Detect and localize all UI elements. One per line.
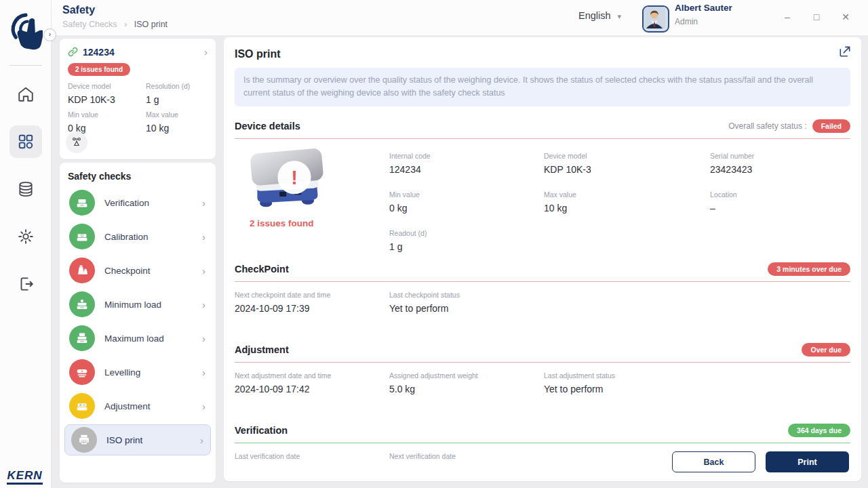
kern-logo: KERN (7, 469, 43, 483)
nav-database[interactable] (9, 173, 42, 205)
device-card-chevron-icon[interactable]: › (204, 46, 208, 58)
icon-rail: KERN (0, 0, 52, 488)
detail-field: Min value 0 kg (389, 190, 544, 214)
device-issues-caption: 2 issues found (250, 218, 389, 228)
checkpoint-weights-icon (75, 263, 90, 278)
window-maximize-button[interactable]: □ (810, 11, 823, 23)
expand-fullscreen-button[interactable] (838, 45, 852, 58)
detail-field: Readout (d) 1 g (389, 229, 544, 253)
rail-divider (9, 65, 42, 66)
check-item-checkpoint[interactable]: Checkpoint › (63, 253, 212, 287)
iso-print-printer-icon: ISO (77, 432, 92, 447)
settings-gear-icon (17, 228, 35, 245)
language-value: English (578, 10, 611, 21)
back-button[interactable]: Back (672, 451, 755, 472)
device-details-header: Device details Overall safety status : F… (235, 119, 850, 133)
detail-field: Next checkpoint date and time 2024-10-09… (235, 291, 389, 314)
svg-text:ISO: ISO (82, 441, 87, 444)
nav-apps[interactable] (9, 125, 42, 158)
chevron-right-icon: › (202, 401, 205, 412)
calibration-scale-gear-icon (75, 229, 90, 244)
safety-checks-title: Safety checks (68, 171, 216, 182)
sidebar-collapse-button[interactable]: › (43, 28, 56, 41)
verification-due-badge: 364 days due (788, 424, 850, 437)
levelling-icon (75, 365, 90, 380)
safety-checks-panel: Safety checks Verification › Calibration… (60, 163, 216, 483)
iso-print-panel: ISO print Is the summary or overview ove… (224, 37, 861, 481)
chevron-right-icon: › (202, 333, 205, 344)
detail-field: Internal code 124234 (389, 152, 544, 176)
breadcrumb: Safety Checks › ISO print (62, 20, 167, 29)
device-field: Device model KDP 10K-3 (68, 82, 146, 106)
logout-icon (17, 275, 35, 293)
verification-title: Verification (235, 425, 788, 436)
verification-header: Verification 364 days due (235, 424, 850, 437)
page-title: Safety (62, 4, 95, 16)
nav-home[interactable] (9, 78, 42, 110)
chevron-right-icon: › (202, 231, 205, 243)
weighing-scale-illustration: ! (244, 148, 331, 216)
breadcrumb-current: ISO print (134, 20, 167, 29)
section-divider (235, 362, 850, 363)
chevron-right-icon: › (202, 265, 205, 277)
section-page-title: ISO print (235, 48, 850, 60)
detail-field: Last checkpoint status Yet to perform (389, 291, 544, 314)
checkpoint-due-badge: 3 minutes over due (768, 262, 850, 276)
minimum-load-icon (75, 297, 90, 312)
language-selector[interactable]: English ▾ (578, 10, 621, 21)
detail-field: Assigned adjustment weight 5.0 kg (389, 371, 544, 395)
check-item-adjustment[interactable]: Adjustment › (63, 389, 212, 423)
maximum-load-icon (75, 331, 90, 346)
balance-scale-button[interactable] (66, 131, 87, 153)
check-item-levelling[interactable]: Levelling › (63, 355, 212, 389)
detail-field: Max value 10 kg (544, 190, 710, 214)
nav-settings[interactable] (9, 220, 42, 253)
issues-badge: 2 issues found (68, 63, 130, 76)
avatar-photo (644, 7, 665, 28)
section-divider (235, 281, 850, 282)
detail-field: Serial number 23423423 (710, 152, 850, 176)
section-divider (235, 138, 850, 139)
chevron-down-icon: ▾ (618, 12, 622, 20)
verification-scale-icon (75, 195, 90, 210)
expand-icon (838, 45, 852, 58)
checkpoint-header: CheckPoint 3 minutes over due (235, 262, 850, 276)
check-item-maximum-load[interactable]: Maximum load › (63, 321, 212, 355)
app-logo-touch-hand-icon (8, 7, 43, 58)
overall-safety-status-label: Overall safety status : (728, 121, 806, 131)
device-summary-card: 124234 › 2 issues found Device model KDP… (60, 39, 216, 159)
user-avatar[interactable] (642, 5, 669, 33)
breadcrumb-separator-icon: › (124, 20, 127, 29)
home-icon (17, 85, 35, 103)
adjustment-title: Adjustment (235, 344, 802, 355)
print-button[interactable]: Print (766, 451, 849, 472)
apps-grid-icon (17, 133, 35, 150)
device-field: Min value 0 kg (68, 110, 146, 134)
device-field: Resolution (d) 1 g (146, 82, 214, 106)
adjustment-header: Adjustment Over due (235, 343, 850, 357)
adjustment-due-badge: Over due (802, 343, 850, 357)
window-close-button[interactable]: ✕ (840, 11, 852, 23)
breadcrumb-parent[interactable]: Safety Checks (62, 20, 117, 29)
description-box: Is the summary or overview over the qual… (235, 68, 850, 106)
check-item-iso-print[interactable]: ISO ISO print › (64, 424, 211, 455)
check-item-minimum-load[interactable]: Minimum load › (63, 287, 212, 321)
device-image: ! 2 issues found (235, 143, 389, 253)
nav-logout[interactable] (9, 268, 42, 300)
check-item-calibration[interactable]: Calibration › (63, 220, 212, 253)
device-field: Max value 10 kg (146, 110, 214, 134)
window-minimize-button[interactable]: – (781, 11, 793, 23)
top-bar: Safety Safety Checks › ISO print English… (51, 0, 868, 35)
detail-field: Last adjustment status Yet to perform (544, 371, 698, 395)
adjustment-scale-icon (75, 399, 90, 413)
device-details-title: Device details (235, 121, 728, 131)
chevron-right-icon: › (202, 299, 205, 310)
check-item-verification[interactable]: Verification › (63, 186, 212, 220)
chevron-right-icon: › (202, 367, 205, 378)
device-code: 124234 (83, 47, 204, 58)
user-name: Albert Sauter (675, 3, 732, 13)
link-icon (68, 47, 78, 57)
detail-field: Next verification date (389, 452, 544, 476)
user-role: Admin (675, 17, 698, 26)
balance-scale-icon (71, 136, 83, 148)
